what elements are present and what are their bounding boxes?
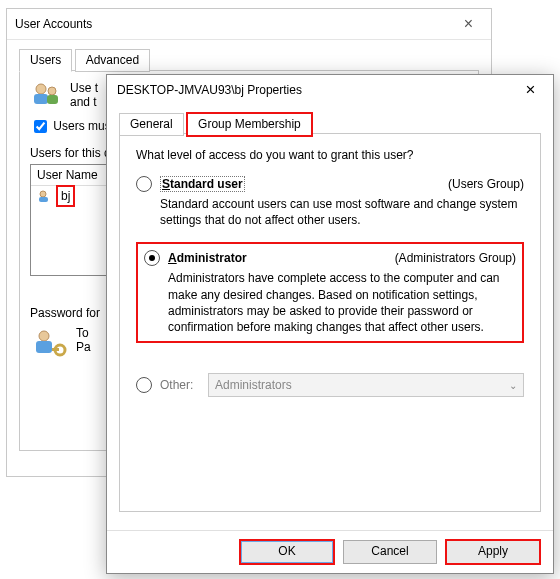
radio-standard[interactable] <box>136 176 152 192</box>
other-label: Other: <box>160 378 208 392</box>
svg-point-6 <box>39 331 49 341</box>
user-row-name: bj <box>57 186 74 206</box>
chevron-down-icon: ⌄ <box>509 380 517 391</box>
svg-rect-5 <box>39 197 48 202</box>
svg-rect-7 <box>36 341 52 353</box>
tab-strip: Users Advanced <box>19 48 479 71</box>
standard-user-label: Standard user <box>160 176 245 192</box>
key-user-icon <box>30 326 70 360</box>
access-question: What level of access do you want to gran… <box>136 148 524 162</box>
combo-value: Administrators <box>215 378 292 392</box>
administrator-label: Administrator <box>168 251 247 265</box>
close-icon[interactable]: × <box>446 9 491 39</box>
svg-point-2 <box>48 87 56 95</box>
tab-users[interactable]: Users <box>19 49 72 72</box>
password-text: To Pa <box>76 326 91 354</box>
option-administrator[interactable]: Administrator (Administrators Group) Adm… <box>136 242 524 343</box>
use-text: Use t and t <box>70 81 98 109</box>
svg-rect-3 <box>47 95 58 104</box>
radio-administrator[interactable] <box>144 250 160 266</box>
administrator-desc: Administrators have complete access to t… <box>168 270 516 335</box>
tab-advanced[interactable]: Advanced <box>75 49 150 72</box>
dialog-titlebar: DESKTOP-JMVAU93\bj Properties × <box>107 75 553 105</box>
ok-button[interactable]: OK <box>239 539 335 565</box>
properties-dialog: DESKTOP-JMVAU93\bj Properties × General … <box>106 74 554 574</box>
close-icon[interactable]: × <box>508 75 553 105</box>
window-titlebar: User Accounts × <box>7 9 491 40</box>
svg-point-4 <box>40 191 46 197</box>
tab-general[interactable]: General <box>119 113 184 136</box>
dialog-title: DESKTOP-JMVAU93\bj Properties <box>117 83 302 97</box>
radio-other[interactable] <box>136 377 152 393</box>
option-standard-user[interactable]: Standard user (Users Group) Standard acc… <box>136 176 524 228</box>
administrator-group: (Administrators Group) <box>395 251 516 265</box>
checkbox-label: Users must <box>53 119 114 133</box>
svg-rect-1 <box>34 94 48 104</box>
dialog-button-bar: OK Cancel Apply <box>107 530 553 573</box>
tab-group-membership[interactable]: Group Membership <box>186 112 313 137</box>
window-title: User Accounts <box>15 17 92 31</box>
user-head-icon <box>37 189 53 203</box>
cancel-button[interactable]: Cancel <box>343 540 437 564</box>
apply-button[interactable]: Apply <box>445 539 541 565</box>
svg-rect-9 <box>52 348 59 351</box>
option-other[interactable]: Other: Administrators ⌄ <box>136 373 524 397</box>
checkbox-input[interactable] <box>34 120 47 133</box>
svg-point-0 <box>36 84 46 94</box>
standard-user-group: (Users Group) <box>448 177 524 191</box>
users-icon <box>30 81 64 109</box>
dialog-tab-strip: General Group Membership <box>119 111 541 134</box>
other-group-combo[interactable]: Administrators ⌄ <box>208 373 524 397</box>
standard-user-desc: Standard account users can use most soft… <box>160 196 524 228</box>
